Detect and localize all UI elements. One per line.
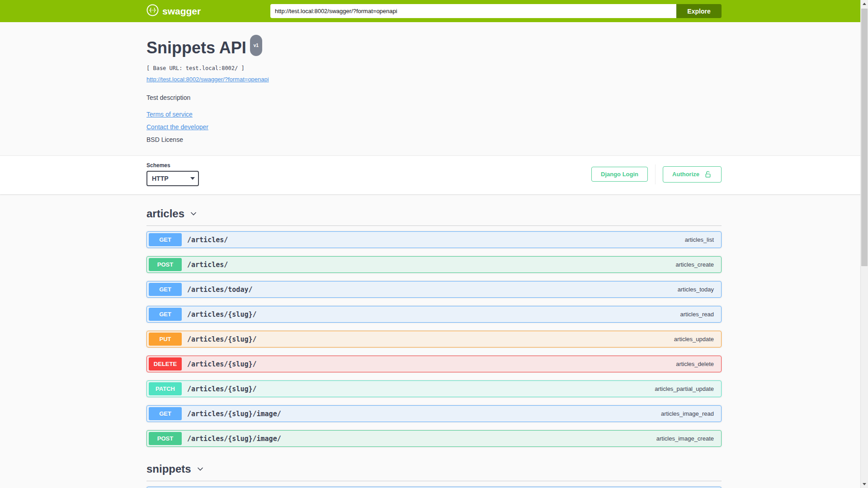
api-description: Test description <box>146 94 722 102</box>
tag-title: snippets <box>146 462 191 475</box>
operation-id: articles_list <box>685 236 714 243</box>
operation-row[interactable]: GET/articles/{slug}/articles_read <box>146 306 722 323</box>
chevron-down-icon <box>189 209 198 218</box>
operation-list: GET/snippets/snippets_list <box>146 481 722 488</box>
scheme-container: Schemes HTTP Django Login Authorize <box>0 155 868 194</box>
tag-section-snippets: snippetsGET/snippets/snippets_list <box>146 455 722 488</box>
operation-id: articles_partial_update <box>655 385 714 392</box>
authorize-label: Authorize <box>672 171 699 178</box>
arrow-down-icon <box>863 483 866 485</box>
explore-button[interactable]: Explore <box>676 4 722 18</box>
operation-row[interactable]: PATCH/articles/{slug}/articles_partial_u… <box>146 380 722 397</box>
method-badge: PUT <box>149 333 182 346</box>
swagger-page: swagger Explore Snippets APIv1 [ Base UR… <box>0 0 868 488</box>
method-badge: POST <box>149 432 182 445</box>
operation-path: /articles/{slug}/ <box>187 360 257 368</box>
api-title-text: Snippets API <box>146 38 246 57</box>
operation-path: /articles/today/ <box>187 286 253 294</box>
scrollbar-thumb[interactable] <box>861 9 868 266</box>
method-badge: GET <box>149 233 182 246</box>
contact-developer-link[interactable]: Contact the developer <box>146 123 208 131</box>
django-login-button[interactable]: Django Login <box>591 167 648 182</box>
method-badge: POST <box>149 258 182 271</box>
schemes-select-wrap: HTTP <box>146 171 199 186</box>
schemes-select[interactable]: HTTP <box>146 171 199 186</box>
auth-divider <box>655 164 656 184</box>
operation-id: articles_create <box>675 261 714 268</box>
tag-title: articles <box>146 207 184 220</box>
method-badge: GET <box>149 407 182 420</box>
operation-id: articles_delete <box>676 361 714 367</box>
tag-section-articles: articlesGET/articles/articles_listPOST/a… <box>146 200 722 447</box>
operation-id: articles_update <box>674 336 714 343</box>
brand-label: swagger <box>162 6 201 17</box>
scrollbar-down-button[interactable] <box>861 480 868 488</box>
version-badge: v1 <box>250 35 262 56</box>
operation-id: articles_image_create <box>656 435 714 442</box>
operation-row[interactable]: GET/articles/today/articles_today <box>146 281 722 298</box>
scrollbar-up-button[interactable] <box>861 0 868 8</box>
tag-header-articles[interactable]: articles <box>146 200 722 226</box>
method-badge: DELETE <box>149 357 182 371</box>
info-links: Terms of service Contact the developer B… <box>146 111 722 144</box>
operation-path: /articles/{slug}/image/ <box>187 435 281 443</box>
operation-row[interactable]: POST/articles/articles_create <box>146 256 722 273</box>
operation-id: articles_read <box>680 311 714 318</box>
arrow-up-icon <box>863 3 866 5</box>
swagger-brand[interactable]: swagger <box>146 4 201 18</box>
operation-path: /articles/{slug}/ <box>187 335 257 343</box>
swagger-logo-icon <box>146 4 159 18</box>
spec-url-form: Explore <box>270 4 722 18</box>
spec-url-input[interactable] <box>270 4 676 18</box>
django-login-label: Django Login <box>601 171 638 178</box>
api-sections: articlesGET/articles/articles_listPOST/a… <box>146 194 722 488</box>
spec-link[interactable]: http://test.local:8002/swagger/?format=o… <box>146 76 269 83</box>
chevron-down-icon <box>196 465 205 474</box>
operation-row[interactable]: GET/articles/articles_list <box>146 231 722 248</box>
page-title: Snippets APIv1 <box>146 38 722 62</box>
operation-row[interactable]: DELETE/articles/{slug}/articles_delete <box>146 356 722 372</box>
operation-path: /articles/ <box>187 236 228 244</box>
info-section: Snippets APIv1 [ Base URL: test.local:80… <box>0 22 868 155</box>
operation-path: /articles/{slug}/ <box>187 310 257 319</box>
operation-row[interactable]: GET/articles/{slug}/image/articles_image… <box>146 405 722 422</box>
operation-path: /articles/ <box>187 261 228 269</box>
vertical-scrollbar[interactable] <box>860 0 868 488</box>
auth-area: Django Login Authorize <box>591 164 722 184</box>
license-text: BSD License <box>146 136 722 144</box>
tag-header-snippets[interactable]: snippets <box>146 455 722 481</box>
operation-row[interactable]: POST/articles/{slug}/image/articles_imag… <box>146 430 722 447</box>
operation-path: /articles/{slug}/image/ <box>187 410 281 418</box>
method-badge: GET <box>149 283 182 296</box>
operation-row[interactable]: PUT/articles/{slug}/articles_update <box>146 331 722 347</box>
authorize-button[interactable]: Authorize <box>663 166 722 183</box>
schemes-label: Schemes <box>146 162 199 169</box>
unlock-icon <box>704 170 712 178</box>
operation-list: GET/articles/articles_listPOST/articles/… <box>146 226 722 447</box>
base-url: [ Base URL: test.local:8002/ ] <box>146 65 722 71</box>
schemes-block: Schemes HTTP <box>146 162 199 186</box>
operation-id: articles_image_read <box>661 410 714 417</box>
method-badge: PATCH <box>149 382 182 395</box>
method-badge: GET <box>149 308 182 321</box>
operation-id: articles_today <box>678 286 714 293</box>
terms-of-service-link[interactable]: Terms of service <box>146 111 193 118</box>
operation-path: /articles/{slug}/ <box>187 385 257 393</box>
topbar: swagger Explore <box>0 0 868 22</box>
